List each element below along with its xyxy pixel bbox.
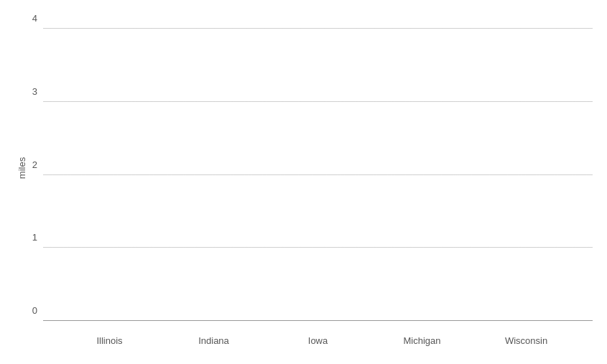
x-label-iowa: Iowa — [266, 335, 370, 346]
bars-row — [43, 14, 593, 321]
x-label-indiana: Indiana — [162, 335, 266, 346]
y-tick-label: 2 — [32, 159, 37, 169]
y-tick-label: 1 — [32, 232, 37, 243]
grid-and-bars: 01234IllinoisIndianaIowaMichiganWisconsi… — [43, 14, 593, 321]
chart-area: miles 01234IllinoisIndianaIowaMichiganWi… — [43, 14, 593, 321]
x-label-illinois: Illinois — [57, 335, 162, 346]
y-tick-label: 4 — [32, 13, 37, 24]
chart-container: miles 01234IllinoisIndianaIowaMichiganWi… — [0, 0, 607, 364]
x-label-wisconsin: Wisconsin — [474, 335, 578, 346]
x-label-michigan: Michigan — [370, 335, 474, 346]
y-axis-label: miles — [17, 157, 27, 178]
y-tick-label: 0 — [32, 305, 37, 316]
y-tick-label: 3 — [32, 86, 37, 97]
x-labels: IllinoisIndianaIowaMichiganWisconsin — [43, 335, 593, 346]
